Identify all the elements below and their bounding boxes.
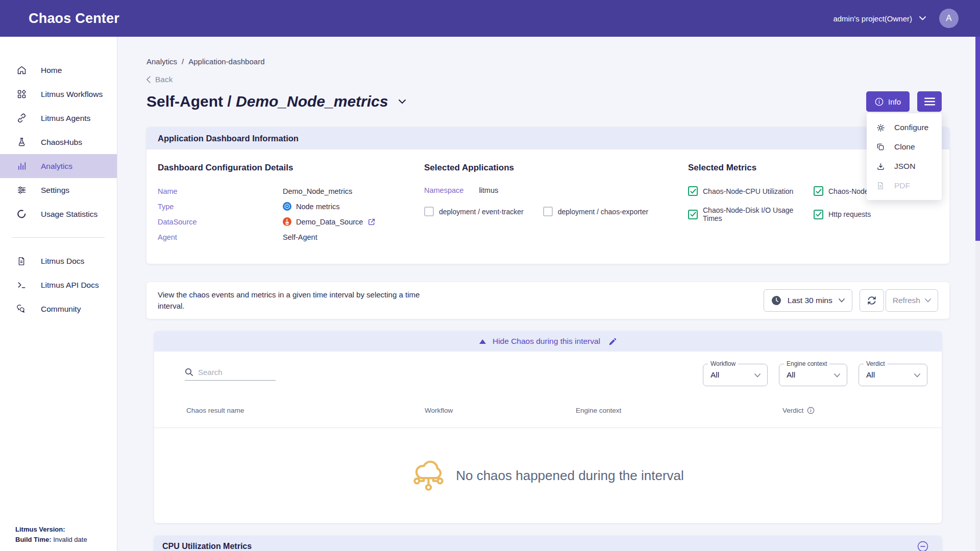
collapse-minus-icon[interactable] (917, 541, 928, 551)
workflow-filter-select[interactable]: Workflow All (703, 364, 768, 386)
config-row-name: Name Demo_Node_metrics (158, 186, 424, 196)
avatar[interactable]: A (939, 9, 959, 28)
project-name: admin's project(Owner) (833, 14, 912, 23)
edit-pencil-icon[interactable] (608, 337, 617, 346)
time-controls: Last 30 mins Refresh (764, 289, 938, 312)
sidebar-item-litmus-api-docs[interactable]: Litmus API Docs (0, 273, 117, 297)
menu-item-clone[interactable]: Clone (867, 137, 942, 157)
sidebar-item-home[interactable]: Home (0, 58, 117, 82)
sidebar-item-chaoshubs[interactable]: ChaosHubs (0, 130, 117, 154)
prometheus-icon (283, 217, 291, 226)
table-filter-row: Workflow All Engine context All (154, 352, 942, 386)
sidebar-item-label: Litmus Workflows (41, 90, 103, 99)
search-input[interactable] (198, 368, 270, 377)
download-icon (876, 162, 886, 171)
external-link-icon[interactable] (368, 218, 376, 226)
sidebar-divider (12, 237, 105, 238)
search-icon (185, 368, 193, 377)
chaos-table-panel: Hide Chaos during this interval Workflow (154, 331, 942, 523)
menu-item-configure[interactable]: Configure (867, 118, 942, 137)
chevron-down-icon (754, 373, 761, 378)
empty-message: No chaos happened during the interval (456, 468, 684, 484)
bar-chart-icon (15, 160, 28, 172)
terminal-icon (15, 279, 28, 291)
dashboard-info-body: Dashboard Configuration Details Name Dem… (146, 149, 949, 264)
gear-icon (876, 123, 886, 133)
refresh-now-button[interactable] (860, 289, 884, 312)
sidebar-item-usage-statistics[interactable]: Usage Statistics (0, 202, 117, 226)
menu-item-json[interactable]: JSON (867, 157, 942, 176)
project-selector[interactable]: admin's project(Owner) (833, 14, 926, 23)
header-right: admin's project(Owner) A (833, 9, 959, 28)
checkbox-unchecked-icon (543, 207, 553, 216)
sidebar-item-label: Usage Statistics (41, 210, 97, 219)
chevron-down-icon (834, 373, 840, 378)
column-chaos-result-name: Chaos result name (186, 407, 425, 414)
scrollbar-thumb[interactable] (975, 37, 980, 241)
time-interval-description: View the chaos events and metrics in a g… (158, 289, 433, 312)
link-icon (15, 112, 28, 124)
table-filters: Workflow All Engine context All (703, 364, 927, 386)
cpu-section-header: CPU Utilization Metrics (154, 536, 942, 551)
caret-up-icon (479, 339, 486, 344)
version-label: Litmus Version: (15, 525, 65, 533)
more-menu-button[interactable] (917, 91, 942, 112)
chevron-down-icon (914, 373, 920, 378)
flask-icon (15, 136, 28, 148)
checkbox-checked-icon (814, 210, 823, 219)
application-options: deployment / event-tracker deployment / … (424, 207, 688, 216)
back-button[interactable]: Back (146, 75, 182, 84)
info-button[interactable]: Info (866, 91, 910, 112)
time-interval-panel: View the chaos events and metrics in a g… (146, 282, 949, 319)
checkbox-event-tracker[interactable]: deployment / event-tracker (424, 207, 524, 216)
chat-icon (15, 303, 28, 315)
sidebar-item-label: Litmus Docs (41, 257, 84, 266)
checkbox-checked-icon (688, 186, 698, 196)
namespace-row: Namespace litmus (424, 186, 688, 194)
verdict-filter-select[interactable]: Verdict All (859, 364, 927, 386)
checkbox-disk-io-times[interactable]: Chaos-Node-Disk I/O Usage Times (688, 206, 814, 222)
breadcrumb-current: Application-dashboard (188, 57, 264, 66)
hide-chaos-toggle[interactable]: Hide Chaos during this interval (479, 337, 600, 346)
verdict-info-icon[interactable] (807, 407, 815, 414)
sidebar-item-community[interactable]: Community (0, 297, 117, 321)
menu-item-pdf: PDF (867, 176, 942, 195)
more-menu-popup: Configure Clone JSON PDF (867, 113, 942, 200)
sliders-icon (15, 184, 28, 196)
chevron-down-icon (839, 298, 845, 303)
sidebar-item-label: Settings (41, 186, 69, 195)
table-header-row: Chaos result name Workflow Engine contex… (154, 407, 942, 414)
sidebar-item-analytics[interactable]: Analytics (0, 154, 117, 178)
column-engine-context: Engine context (576, 407, 782, 414)
sidebar-item-litmus-agents[interactable]: Litmus Agents (0, 106, 117, 130)
chevron-down-icon (925, 298, 931, 303)
configuration-details-column: Dashboard Configuration Details Name Dem… (158, 163, 424, 247)
sidebar-item-litmus-workflows[interactable]: Litmus Workflows (0, 82, 117, 106)
checkbox-http-requests[interactable]: Http requests (814, 206, 949, 222)
checkbox-chaos-exporter[interactable]: deployment / chaos-exporter (543, 207, 648, 216)
sidebar-item-settings[interactable]: Settings (0, 178, 117, 202)
back-label: Back (155, 75, 173, 84)
home-icon (15, 64, 28, 77)
sidebar-item-label: ChaosHubs (41, 138, 82, 147)
chaos-toggle-strip: Hide Chaos during this interval (154, 331, 942, 352)
sidebar-item-label: Home (41, 66, 62, 75)
breadcrumb-analytics[interactable]: Analytics (146, 57, 177, 66)
cpu-utilization-panel: CPU Utilization Metrics (154, 536, 942, 551)
config-row-agent: Agent Self-Agent (158, 232, 424, 242)
checkbox-cpu-utilization[interactable]: Chaos-Node-CPU Utilization (688, 186, 814, 196)
sidebar-item-label: Community (41, 305, 81, 314)
sidebar-item-label: Litmus API Docs (41, 281, 99, 290)
time-range-dropdown[interactable]: Last 30 mins (764, 289, 852, 312)
page-title: Self-Agent / Demo_Node_metrics (146, 93, 388, 110)
refresh-rate-dropdown[interactable]: Refresh (886, 289, 938, 312)
cpu-section-title: CPU Utilization Metrics (162, 542, 252, 551)
dashboard-switcher-chevron-icon[interactable] (398, 99, 406, 104)
dashboard-info-panel: Application Dashboard Information Dashbo… (146, 127, 949, 264)
engine-context-filter-select[interactable]: Engine context All (779, 364, 847, 386)
cloud-network-icon (412, 457, 446, 494)
dashboard-name: Demo_Node_metrics (236, 93, 388, 110)
checkbox-checked-icon (814, 186, 823, 196)
sidebar-item-litmus-docs[interactable]: Litmus Docs (0, 249, 117, 273)
breadcrumb-separator: / (182, 57, 184, 66)
